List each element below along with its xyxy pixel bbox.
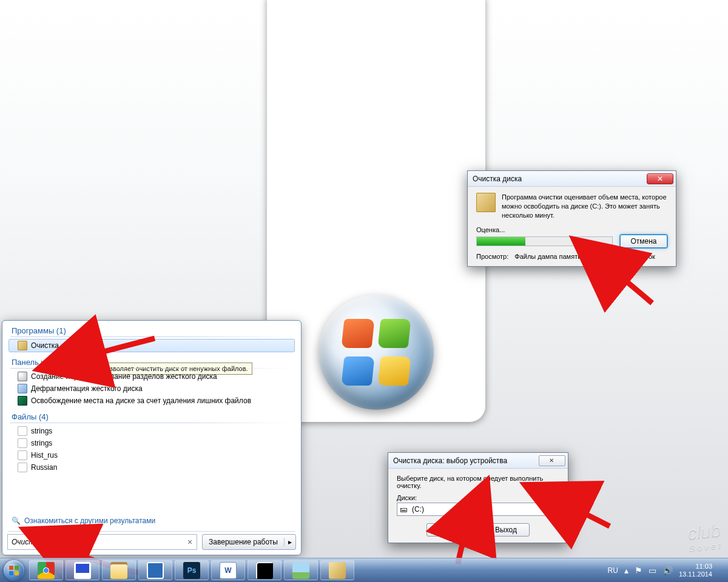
cleanup-icon xyxy=(329,562,346,579)
file-label: strings xyxy=(31,439,52,447)
shutdown-label: Завершение работы xyxy=(203,538,285,546)
drive-icon: 🖴 xyxy=(397,505,410,513)
stage-label: Оценка... xyxy=(476,226,667,233)
group-files-header: Файлы (4) xyxy=(5,410,298,423)
chrome-icon xyxy=(38,562,55,579)
clock-date: 13.11.2014 xyxy=(679,570,712,578)
cp-item-free-space[interactable]: Освобождение места на диске за счет удал… xyxy=(9,395,294,407)
defrag-icon xyxy=(18,384,27,393)
volume-icon[interactable]: 🔊 xyxy=(662,566,673,575)
exit-button[interactable]: Выход xyxy=(482,523,530,537)
save-icon xyxy=(74,562,91,579)
taskbar-app-save[interactable] xyxy=(66,560,99,580)
start-button[interactable] xyxy=(0,558,28,582)
action-center-icon[interactable]: ⚑ xyxy=(635,566,642,575)
clear-search-icon[interactable]: × xyxy=(183,537,197,547)
cleanup-icon xyxy=(476,193,496,212)
chevron-right-icon[interactable]: ▸ xyxy=(285,538,295,546)
document-icon xyxy=(18,438,27,448)
document-icon xyxy=(18,426,27,436)
more-results-label: Ознакомиться с другими результатами xyxy=(24,517,155,525)
view-value: Файлы дампа памяти для системных ошибок xyxy=(514,253,655,260)
taskbar-app-cleanup[interactable] xyxy=(320,560,354,580)
taskbar-app-browsers[interactable] xyxy=(138,560,172,580)
taskbar-app-photoshop[interactable]: Ps xyxy=(175,560,209,580)
disk-icon xyxy=(18,372,27,381)
result-label: Очистка диска xyxy=(31,341,80,350)
taskbar-app-word[interactable]: W xyxy=(211,560,245,580)
image-icon xyxy=(292,562,309,579)
dialog-title: Очистка диска: выбор устройства xyxy=(393,457,507,465)
system-tray: RU ▴ ⚑ ▭ 🔊 11:03 13.11.2014 xyxy=(608,558,728,582)
language-indicator[interactable]: RU xyxy=(608,566,618,575)
cp-item-label: Дефрагментация жесткого диска xyxy=(31,384,143,393)
watermark: clubSovet xyxy=(687,520,724,554)
taskbar-app-photos[interactable] xyxy=(284,560,318,580)
document-icon xyxy=(18,463,27,472)
file-label: Russian xyxy=(31,463,57,472)
taskbar-app-explorer[interactable] xyxy=(102,560,136,580)
chevron-down-icon: ▾ xyxy=(548,505,559,513)
tray-expand-icon[interactable]: ▴ xyxy=(624,566,629,575)
dialog-title: Очистка диска xyxy=(473,175,522,183)
close-button[interactable]: ✕ xyxy=(539,455,565,466)
result-disk-cleanup[interactable]: Очистка диска xyxy=(8,339,295,352)
taskbar: Ps W RU ▴ ⚑ ▭ 🔊 11:03 13.11.2014 xyxy=(0,558,728,582)
file-label: Hist_rus xyxy=(31,451,58,460)
document-icon xyxy=(18,450,27,460)
disk-cleanup-select-dialog: Очистка диска: выбор устройства ✕ Выбери… xyxy=(388,452,568,543)
disks-label: Диски: xyxy=(397,494,559,501)
cancel-button[interactable]: Отмена xyxy=(620,235,667,248)
start-menu-search-panel: Программы (1) Очистка диска Позволяет оч… xyxy=(2,320,302,555)
word-icon: W xyxy=(220,562,237,579)
file-label: strings xyxy=(31,427,52,435)
search-input[interactable] xyxy=(8,538,183,546)
cleanup-icon xyxy=(18,341,27,350)
windows-icon xyxy=(147,562,164,579)
more-results-link[interactable]: 🔍 Ознакомиться с другими результатами xyxy=(5,513,298,531)
start-search-box[interactable]: × xyxy=(7,534,197,550)
group-programs-header: Программы (1) xyxy=(5,324,298,337)
windows-orb xyxy=(318,295,434,410)
folder-icon xyxy=(110,562,127,579)
ok-button[interactable]: ОК xyxy=(426,523,474,537)
close-button[interactable]: ✕ xyxy=(647,173,673,184)
disk-cleanup-progress-dialog: Очистка диска ✕ Программа очистки оценив… xyxy=(467,170,676,267)
battery-icon[interactable]: ▭ xyxy=(649,566,656,575)
tooltip: Позволяет очистить диск от ненужных файл… xyxy=(97,363,252,375)
file-item[interactable]: strings xyxy=(9,425,294,437)
file-item[interactable]: strings xyxy=(9,437,294,449)
cp-item-defrag[interactable]: Дефрагментация жесткого диска xyxy=(9,383,294,395)
shutdown-button[interactable]: Завершение работы ▸ xyxy=(202,534,296,550)
taskbar-app-chrome[interactable] xyxy=(29,560,63,580)
disk-select[interactable]: 🖴 (C:) ▾ xyxy=(397,503,559,516)
search-icon: 🔍 xyxy=(12,517,21,525)
file-item[interactable]: Hist_rus xyxy=(9,449,294,461)
file-item[interactable]: Russian xyxy=(9,461,294,473)
view-label: Просмотр: xyxy=(476,253,508,260)
free-space-icon xyxy=(18,396,27,406)
photoshop-icon: Ps xyxy=(183,562,200,579)
cmd-icon xyxy=(256,562,273,579)
disk-selected-value: (C:) xyxy=(410,505,548,513)
tray-clock[interactable]: 11:03 13.11.2014 xyxy=(679,563,712,578)
progress-bar xyxy=(476,236,613,246)
clock-time: 11:03 xyxy=(679,563,712,570)
taskbar-app-cmd[interactable] xyxy=(248,560,281,580)
dialog-message: Программа очистки оценивает объем места,… xyxy=(502,193,667,220)
dialog-message: Выберите диск, на котором следует выполн… xyxy=(397,475,559,489)
cp-item-label: Освобождение места на диске за счет удал… xyxy=(31,396,251,405)
